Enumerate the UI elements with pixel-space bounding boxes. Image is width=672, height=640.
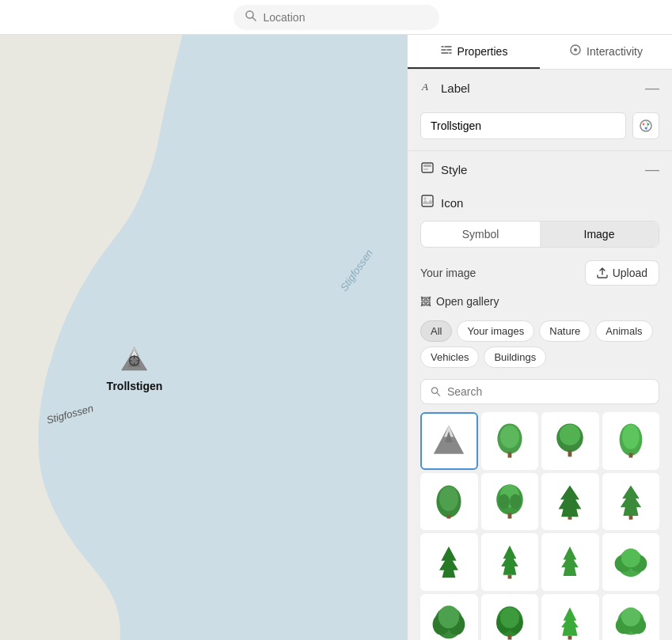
image-cell-pine-2[interactable]	[602, 473, 660, 531]
search-input[interactable]	[264, 11, 428, 24]
svg-point-23	[424, 198, 427, 200]
svg-rect-20	[423, 165, 431, 167]
image-cell-tree-2[interactable]	[541, 412, 599, 470]
label-icon: A	[420, 79, 435, 97]
label-input[interactable]	[420, 112, 626, 139]
label-collapse-button[interactable]: —	[645, 80, 659, 97]
image-cell-tree-3[interactable]	[602, 412, 660, 470]
search-icon	[245, 9, 257, 25]
tab-interactivity[interactable]: Interactivity	[540, 35, 672, 69]
svg-point-72	[621, 608, 640, 627]
image-cell-tree-6[interactable]	[541, 533, 599, 591]
svg-rect-36	[628, 453, 632, 458]
properties-icon	[440, 44, 453, 59]
style-section-title: Style	[441, 163, 467, 176]
image-type-button[interactable]: Image	[540, 222, 659, 247]
filter-tag-all[interactable]: All	[420, 320, 452, 342]
your-image-label: Your image	[420, 267, 476, 279]
style-title-row: Style	[420, 161, 467, 178]
image-cell-tree-8[interactable]	[481, 594, 539, 641]
image-cell-bush[interactable]	[602, 533, 660, 591]
filter-tag-nature[interactable]: Nature	[539, 320, 590, 342]
label-section-title: Label	[441, 81, 470, 95]
open-gallery-button[interactable]: Open gallery	[420, 295, 499, 308]
upload-label: Upload	[613, 267, 647, 279]
svg-point-66	[500, 608, 519, 628]
image-cell-mountain[interactable]	[420, 412, 478, 470]
svg-rect-49	[628, 516, 632, 520]
gallery-search-icon	[431, 386, 441, 397]
svg-marker-48	[621, 485, 641, 515]
label-section-header: A Label —	[408, 70, 672, 106]
filter-tag-buildings[interactable]: Buildings	[484, 347, 546, 368]
tab-properties[interactable]: Properties	[408, 35, 540, 69]
svg-rect-33	[568, 450, 572, 456]
interactivity-icon	[569, 44, 582, 59]
filter-tag-your-images[interactable]: Your images	[457, 320, 534, 342]
palette-button[interactable]	[632, 112, 659, 139]
svg-marker-50	[439, 547, 458, 578]
image-cell-tree-10[interactable]	[602, 594, 660, 641]
svg-rect-63	[507, 634, 511, 639]
svg-text:A: A	[421, 81, 428, 93]
label-input-area	[408, 106, 672, 150]
icon-type-toggle: Symbol Image	[420, 221, 659, 248]
map-area[interactable]: Stigfossen Stigfossen	[0, 35, 407, 640]
svg-marker-46	[559, 485, 582, 517]
svg-point-34	[560, 425, 580, 445]
image-cell-tree-1[interactable]	[481, 412, 539, 470]
icon-subsection: Icon Symbol Image Your image	[408, 187, 672, 640]
svg-point-61	[439, 605, 459, 628]
panel-tabs: Properties Interactivity	[408, 35, 672, 70]
svg-point-57	[621, 548, 640, 567]
open-gallery-row: Open gallery	[408, 293, 672, 316]
tab-interactivity-label: Interactivity	[587, 45, 643, 58]
filter-tags: All Your images Nature Animals Vehicles …	[408, 316, 672, 376]
image-cell-pine-4[interactable]	[481, 533, 539, 591]
svg-point-37	[622, 425, 640, 449]
svg-point-44	[498, 494, 509, 509]
search-box[interactable]	[233, 5, 439, 30]
right-panel: Properties Interactivity A	[407, 35, 672, 640]
svg-rect-19	[422, 163, 433, 172]
svg-marker-53	[561, 547, 579, 576]
style-section: Style — Icon	[408, 151, 672, 640]
svg-marker-51	[501, 546, 518, 575]
label-section: A Label —	[408, 70, 672, 151]
svg-line-1	[252, 17, 256, 21]
main-area: Stigfossen Stigfossen	[0, 35, 672, 640]
tab-properties-label: Properties	[457, 45, 508, 58]
icon-header-icon	[420, 194, 435, 211]
icon-title-row: Icon	[420, 194, 463, 211]
gallery-search-input[interactable]	[447, 385, 649, 398]
marker-label: Trollstigen	[107, 380, 163, 392]
symbol-type-button[interactable]: Symbol	[421, 222, 540, 247]
image-cell-tree-7[interactable]	[420, 594, 478, 641]
filter-tag-vehicles[interactable]: Vehicles	[420, 347, 479, 368]
svg-rect-39	[447, 515, 451, 519]
marker-icon-svg	[117, 343, 152, 378]
image-cell-tree-5[interactable]	[481, 473, 539, 531]
style-collapse-button[interactable]: —	[645, 161, 659, 178]
your-image-row: Your image Upload	[408, 256, 672, 293]
image-grid	[408, 412, 672, 640]
svg-rect-68	[568, 636, 572, 640]
svg-rect-30	[507, 453, 511, 458]
image-cell-pine-3[interactable]	[420, 533, 478, 591]
svg-marker-67	[561, 608, 579, 636]
image-cell-tree-9[interactable]	[541, 594, 599, 641]
svg-rect-47	[568, 517, 572, 520]
upload-button[interactable]: Upload	[585, 260, 659, 286]
svg-line-25	[437, 392, 440, 396]
top-bar	[0, 0, 672, 35]
svg-point-31	[500, 426, 519, 449]
style-section-header: Style —	[408, 151, 672, 187]
label-title-row: A Label	[420, 79, 470, 97]
open-gallery-label: Open gallery	[436, 295, 499, 308]
map-marker[interactable]: Trollstigen	[107, 343, 163, 392]
filter-tag-animals[interactable]: Animals	[595, 320, 652, 342]
image-cell-pine-1[interactable]	[541, 473, 599, 531]
style-icon	[420, 161, 435, 178]
image-cell-tree-4[interactable]	[420, 473, 478, 531]
gallery-search[interactable]	[420, 379, 659, 404]
